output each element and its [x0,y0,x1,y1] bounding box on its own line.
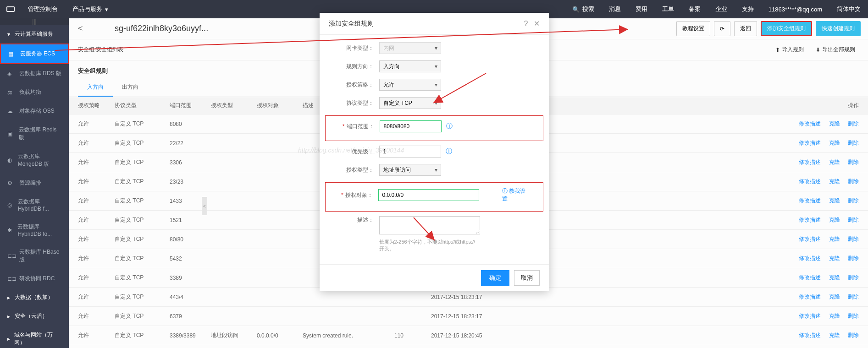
action-delete[interactable]: 删除 [848,294,859,300]
nav-account[interactable]: 11863*****@qq.com [761,0,829,18]
help-link[interactable]: ⓘ 教我设置 [502,187,530,203]
nav-billing[interactable]: 费用 [628,0,655,18]
nav-products[interactable]: 产品与服务 ▾ [65,0,116,18]
action-modify[interactable]: 修改描述 [799,159,821,165]
action-delete[interactable]: 删除 [848,236,859,242]
action-clone[interactable]: 克隆 [829,178,840,185]
action-clone[interactable]: 克隆 [829,217,840,223]
action-modify[interactable]: 修改描述 [799,255,821,261]
sidebar-section-domain[interactable]: ▸域名与网站（万网） [0,326,69,348]
action-delete[interactable]: 删除 [848,120,859,127]
rdc-icon: ⊏⊐ [7,276,15,282]
sidebar-section-security[interactable]: ▸安全（云盾） [0,307,69,326]
sidebar-collapse[interactable]: ||| [0,18,69,25]
action-clone[interactable]: 克隆 [829,197,840,204]
nav-messages[interactable]: 消息 [602,0,628,18]
import-rules[interactable]: ⬆导入规则 [772,44,807,55]
cell-policy: 允许 [78,216,115,224]
btn-quick-create[interactable]: 快速创建规则 [816,21,861,36]
input-priority[interactable] [379,146,441,158]
nav-console[interactable]: 管理控制台 [21,0,65,18]
chevron-down-icon: ▾ [7,31,12,38]
cell-actions: 修改描述 克隆 删除 [514,274,859,282]
action-modify[interactable]: 修改描述 [799,178,821,185]
nav-icp[interactable]: 备案 [681,0,708,18]
action-clone[interactable]: 克隆 [829,274,840,281]
sidebar-item-ecs[interactable]: ▤云服务器 ECS [0,44,69,64]
btn-cancel[interactable]: 取消 [514,270,540,286]
tab-outbound[interactable]: 出方向 [113,79,148,97]
action-delete[interactable]: 删除 [848,159,859,165]
select-direction[interactable]: 入方向 [379,60,441,72]
nav-enterprise[interactable]: 企业 [708,0,735,18]
action-clone[interactable]: 克隆 [829,313,840,319]
action-delete[interactable]: 删除 [848,197,859,204]
action-modify[interactable]: 修改描述 [799,274,821,281]
action-modify[interactable]: 修改描述 [799,294,821,300]
action-delete[interactable]: 删除 [848,217,859,223]
sidebar-section-bigdata[interactable]: ▸大数据（数加） [0,288,69,307]
sidebar-section-compute[interactable]: ▾云计算基础服务 [0,25,69,44]
action-delete[interactable]: 删除 [848,140,859,146]
cell-actions: 修改描述 克隆 删除 [514,332,859,339]
input-port-range[interactable] [380,120,442,132]
action-delete[interactable]: 删除 [848,178,859,185]
sidebar-item-ros[interactable]: ⚙资源编排 [0,174,69,192]
logo[interactable] [0,6,21,12]
sidebar-item-rds[interactable]: ◈云数据库 RDS 版 [0,64,69,83]
info-icon[interactable]: ⓘ [446,147,452,156]
hbase-icon: ⊏⊐ [7,253,15,259]
sidebar-item-rdc[interactable]: ⊏⊐研发协同 RDC [0,269,69,288]
sidebar-item-oss[interactable]: ☁对象存储 OSS [0,102,69,120]
tab-inbound[interactable]: 入方向 [78,79,113,97]
cell-desc: System created rule. [303,332,394,339]
sidebar-item-redis[interactable]: ▣云数据库 Redis 版 [0,120,69,147]
action-clone[interactable]: 克隆 [829,140,840,146]
action-modify[interactable]: 修改描述 [799,236,821,242]
btn-refresh[interactable]: ⟳ [714,21,730,36]
select-policy[interactable]: 允许 [379,79,441,91]
sidebar-item-hbase[interactable]: ⊏⊐云数据库 HBase 版 [0,243,69,269]
btn-ok[interactable]: 确定 [481,270,509,286]
action-clone[interactable]: 克隆 [829,159,840,165]
action-delete[interactable]: 删除 [848,313,859,319]
cell-protocol: 自定义 TCP [115,158,170,166]
info-icon[interactable]: ⓘ [446,122,453,130]
nav-support[interactable]: 支持 [735,0,761,18]
action-clone[interactable]: 克隆 [829,120,840,127]
action-delete[interactable]: 删除 [848,332,859,338]
sidebar-item-hybriddb2[interactable]: ✱云数据库HybridDB fo... [0,218,69,243]
action-delete[interactable]: 删除 [848,255,859,261]
action-modify[interactable]: 修改描述 [799,332,821,338]
th-actions: 操作 [514,102,859,109]
close-icon[interactable]: ✕ [534,19,540,28]
action-clone[interactable]: 克隆 [829,255,840,261]
action-clone[interactable]: 克隆 [829,236,840,242]
orchestration-icon: ⚙ [7,180,15,186]
action-clone[interactable]: 克隆 [829,294,840,300]
btn-back[interactable]: 返回 [734,21,757,36]
back-button[interactable]: < [78,24,96,33]
action-modify[interactable]: 修改描述 [799,313,821,319]
nav-tickets[interactable]: 工单 [655,0,681,18]
sidebar-item-hybriddb1[interactable]: ◎云数据库 HybridDB f... [0,192,69,218]
action-modify[interactable]: 修改描述 [799,140,821,146]
select-protocol[interactable]: 自定义 TCP [379,97,441,109]
nav-lang[interactable]: 简体中文 [829,0,868,18]
action-modify[interactable]: 修改描述 [799,120,821,127]
collapse-handle[interactable]: < [202,197,207,215]
sidebar-item-mongodb[interactable]: ◐云数据库 MongoDB 版 [0,147,69,174]
action-modify[interactable]: 修改描述 [799,217,821,223]
action-delete[interactable]: 删除 [848,274,859,281]
textarea-desc[interactable] [379,216,480,234]
action-modify[interactable]: 修改描述 [799,197,821,204]
nav-search[interactable]: 🔍搜索 [565,0,602,18]
export-rules[interactable]: ⬇导出全部规则 [812,44,859,55]
sidebar-item-slb[interactable]: ⚖负载均衡 [0,83,69,102]
btn-tutorial[interactable]: 教程设置 [676,21,710,36]
action-clone[interactable]: 克隆 [829,332,840,338]
input-auth-obj[interactable] [378,189,479,201]
select-auth-type[interactable]: 地址段访问 [379,164,441,176]
btn-add-rule[interactable]: 添加安全组规则 [761,21,812,36]
help-icon[interactable]: ? [524,20,528,28]
